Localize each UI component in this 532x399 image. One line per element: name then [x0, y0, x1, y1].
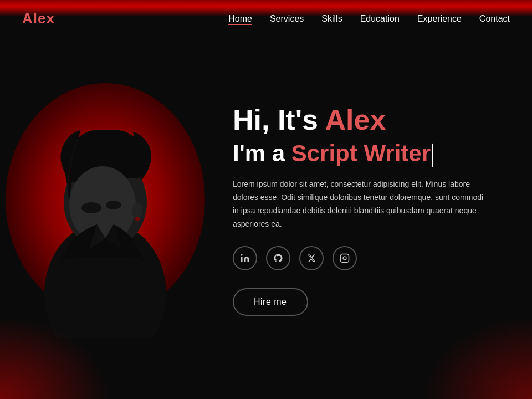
- hero-name: Alex: [325, 104, 386, 136]
- hero-greeting: Hi, It's Alex: [233, 104, 499, 136]
- nav-item-services[interactable]: Services: [270, 14, 304, 24]
- social-icons: [233, 246, 499, 270]
- role-prefix: I'm a: [233, 140, 285, 166]
- hero-description: Lorem ipsum dolor sit amet, consectetur …: [233, 178, 488, 231]
- hire-me-button[interactable]: Hire me: [233, 288, 308, 316]
- nav-link-experience[interactable]: Experience: [417, 14, 462, 23]
- site-logo[interactable]: Alex: [22, 10, 55, 27]
- nav-link-education[interactable]: Education: [360, 14, 400, 23]
- greeting-text: Hi, It's: [233, 104, 318, 136]
- nav-link-services[interactable]: Services: [270, 14, 304, 23]
- nav-item-home[interactable]: Home: [228, 14, 252, 24]
- svg-point-5: [106, 201, 121, 209]
- hero-content: Hi, It's Alex I'm a Script Writer Lorem …: [233, 104, 499, 316]
- navbar: Alex Home Services Skills Education Expe…: [0, 0, 532, 37]
- hero-role: I'm a Script Writer: [233, 140, 499, 167]
- typing-cursor: [432, 144, 433, 167]
- linkedin-icon[interactable]: [233, 246, 257, 270]
- instagram-icon[interactable]: [332, 246, 357, 270]
- nav-item-contact[interactable]: Contact: [479, 14, 510, 24]
- nav-item-experience[interactable]: Experience: [417, 14, 462, 24]
- svg-rect-9: [341, 254, 349, 263]
- nav-item-skills[interactable]: Skills: [321, 14, 342, 24]
- nav-link-contact[interactable]: Contact: [479, 14, 510, 23]
- svg-point-7: [135, 217, 140, 221]
- github-icon[interactable]: [266, 246, 290, 270]
- svg-point-8: [241, 254, 243, 256]
- bottom-right-glow: [421, 316, 532, 399]
- bottom-left-glow: [0, 316, 111, 399]
- svg-point-4: [81, 202, 101, 213]
- portrait-figure: [17, 61, 194, 338]
- svg-point-6: [132, 203, 143, 218]
- role-value: Script Writer: [291, 140, 431, 166]
- nav-links: Home Services Skills Education Experienc…: [228, 14, 510, 24]
- portrait-area: [0, 44, 222, 355]
- nav-link-home[interactable]: Home: [228, 14, 252, 25]
- nav-item-education[interactable]: Education: [360, 14, 400, 24]
- twitter-x-icon[interactable]: [299, 246, 324, 270]
- nav-link-skills[interactable]: Skills: [321, 14, 342, 23]
- svg-point-3: [69, 166, 136, 244]
